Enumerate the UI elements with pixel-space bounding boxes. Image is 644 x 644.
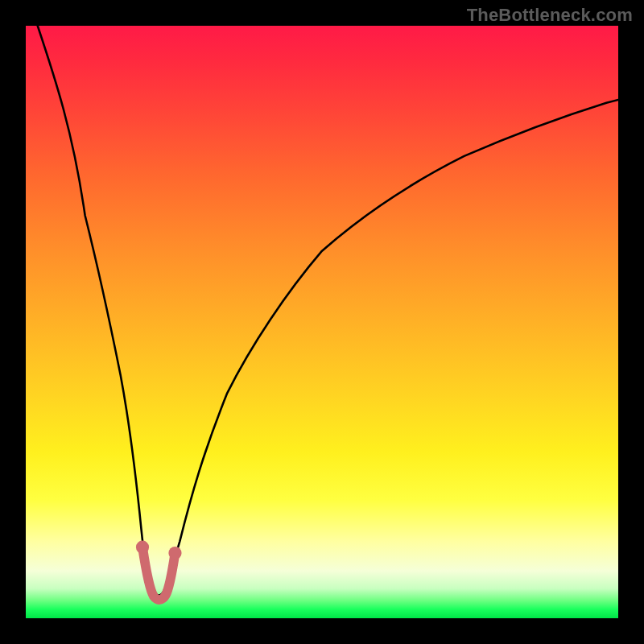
svg-point-1 (168, 547, 181, 559)
chart-frame: TheBottleneck.com (0, 0, 644, 644)
watermark-text: TheBottleneck.com (467, 5, 633, 26)
plot-area (26, 26, 618, 618)
svg-point-0 (136, 541, 149, 554)
bottleneck-curve (38, 26, 618, 596)
curve-layer (26, 26, 618, 618)
highlighted-optimum (136, 541, 182, 600)
